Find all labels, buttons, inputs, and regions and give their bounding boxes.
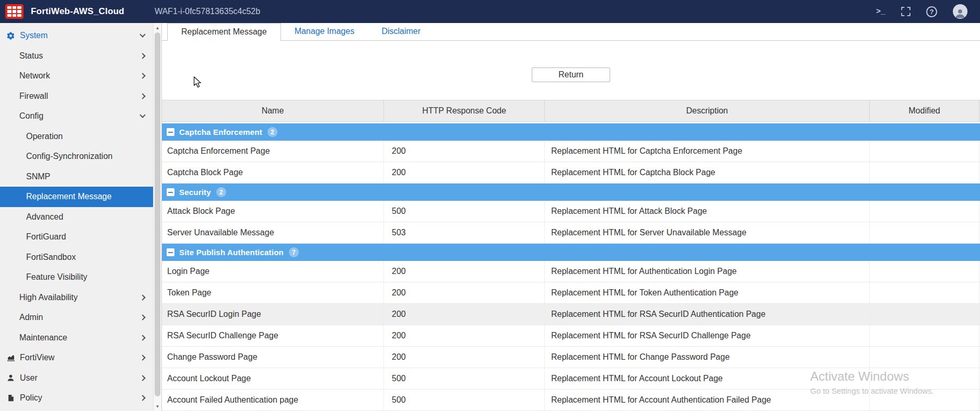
sidebar-item-feature-visibility[interactable]: Feature Visibility: [0, 267, 153, 288]
sidebar-item-high-availability[interactable]: High Availability: [0, 288, 153, 308]
tab-manage-images[interactable]: Manage Images: [281, 23, 368, 40]
collapse-minus-icon[interactable]: [167, 248, 174, 256]
sidebar-item-label: Status: [19, 51, 43, 61]
sidebar-item-advanced[interactable]: Advanced: [0, 207, 153, 227]
collapse-minus-icon[interactable]: [167, 128, 174, 136]
sidebar-item-label: SNMP: [26, 172, 50, 181]
group-header-row-site-publish-authentication[interactable]: Site Publish Authentication7: [162, 244, 980, 261]
table-header-row: NameHTTP Response CodeDescriptionModifie…: [162, 100, 980, 122]
sidebar-item-label: Replacement Message: [26, 192, 112, 201]
cell-name: Account Failed Authentication page: [162, 390, 384, 410]
chevron-right-icon: [139, 315, 145, 321]
cell-http-code: 500: [384, 390, 545, 410]
policy-icon: [6, 394, 15, 402]
cell-name: Attack Block Page: [162, 201, 384, 222]
cell-modified: [870, 201, 979, 222]
cell-name: RSA SecurID Login Page: [162, 304, 384, 325]
sidebar-item-user[interactable]: User: [0, 368, 153, 389]
cell-modified: [870, 222, 979, 243]
group-count-badge: 2: [267, 127, 277, 137]
table-row-rsa-securid-challenge-page[interactable]: RSA SecurID Challenge Page200Replacement…: [162, 325, 980, 347]
sidebar-item-fortiview[interactable]: FortiView: [0, 348, 153, 368]
chevron-right-icon: [139, 375, 145, 381]
tab-replacement-message[interactable]: Replacement Message: [167, 23, 281, 41]
tab-bar: Replacement MessageManage ImagesDisclaim…: [162, 23, 980, 41]
sidebar-item-status[interactable]: Status: [0, 46, 153, 66]
group-header-row-security[interactable]: Security2: [162, 184, 980, 201]
sidebar-item-label: Policy: [20, 393, 42, 403]
cell-name: Server Unavailable Message: [162, 222, 384, 243]
group-count-badge: 2: [216, 187, 226, 197]
cell-http-code: 200: [384, 304, 545, 325]
cell-http-code: 200: [384, 162, 545, 183]
sidebar-item-label: Feature Visibility: [26, 272, 87, 282]
cell-modified: [870, 304, 979, 325]
chevron-right-icon: [139, 93, 145, 99]
user-avatar-icon[interactable]: [953, 4, 967, 19]
sidebar-item-maintenance[interactable]: Maintenance: [0, 328, 153, 348]
return-button[interactable]: Return: [532, 67, 610, 82]
fortinet-logo-icon[interactable]: [5, 4, 24, 19]
replacement-message-table: NameHTTP Response CodeDescriptionModifie…: [162, 100, 980, 411]
table-row-login-page[interactable]: Login Page200Replacement HTML for Authen…: [162, 261, 980, 282]
tab-disclaimer[interactable]: Disclaimer: [368, 23, 434, 40]
cell-modified: [870, 390, 979, 410]
group-name: Security: [179, 188, 211, 197]
sidebar-item-config-synchronization[interactable]: Config-Synchronization: [0, 146, 153, 167]
cell-description: Replacement HTML for Server Unavailable …: [545, 222, 870, 243]
scrollbar-down-arrow-icon[interactable]: ▼: [154, 402, 161, 410]
scrollbar-up-arrow-icon[interactable]: ▲: [154, 24, 161, 32]
sidebar-item-label: User: [20, 373, 38, 383]
help-icon[interactable]: ?: [926, 6, 937, 17]
group-name: Captcha Enforcement: [179, 128, 262, 136]
table-row-attack-block-page[interactable]: Attack Block Page500Replacement HTML for…: [162, 201, 980, 222]
chevron-right-icon: [139, 53, 145, 59]
sidebar-item-firewall[interactable]: Firewall: [0, 86, 153, 107]
table-row-account-lockout-page[interactable]: Account Lockout Page500Replacement HTML …: [162, 368, 980, 390]
cell-http-code: 200: [384, 325, 545, 346]
chevron-right-icon: [139, 355, 145, 361]
table-row-change-password-page[interactable]: Change Password Page200Replacement HTML …: [162, 347, 980, 368]
sidebar-item-config[interactable]: Config: [0, 106, 153, 127]
fullscreen-icon[interactable]: [901, 7, 911, 16]
column-header-name: Name: [162, 100, 384, 121]
sidebar-item-fortisandbox[interactable]: FortiSandbox: [0, 247, 153, 268]
sidebar-item-replacement-message[interactable]: Replacement Message: [0, 187, 153, 207]
group-header-row-captcha-enforcement[interactable]: Captcha Enforcement2: [162, 123, 980, 141]
sidebar-item-label: Admin: [19, 313, 43, 322]
sidebar-item-policy[interactable]: Policy: [0, 388, 153, 408]
cell-name: Login Page: [162, 261, 384, 282]
sidebar-item-network[interactable]: Network: [0, 66, 153, 86]
sidebar-scrollbar[interactable]: ▲ ▼: [153, 23, 161, 411]
table-row-captcha-enforcement-page[interactable]: Captcha Enforcement Page200Replacement H…: [162, 141, 980, 162]
cell-description: Replacement HTML for RSA SecurID Challen…: [545, 325, 870, 346]
sidebar-item-system[interactable]: System: [0, 26, 153, 46]
collapse-minus-icon[interactable]: [167, 188, 174, 196]
cell-modified: [870, 162, 979, 183]
sidebar-item-operation[interactable]: Operation: [0, 127, 153, 147]
sidebar-item-fortiguard[interactable]: FortiGuard: [0, 227, 153, 247]
cell-modified: [870, 325, 979, 346]
sidebar-item-admin[interactable]: Admin: [0, 307, 153, 328]
sidebar-item-label: Advanced: [26, 212, 63, 222]
table-row-server-unavailable-message[interactable]: Server Unavailable Message503Replacement…: [162, 222, 980, 244]
cli-console-icon[interactable]: >_: [876, 7, 885, 16]
sidebar-item-label: FortiView: [20, 353, 54, 362]
sidebar-item-label: Firewall: [19, 92, 48, 101]
cell-name: Captcha Enforcement Page: [162, 141, 384, 162]
sidebar-item-label: Config-Synchronization: [26, 152, 112, 161]
scrollbar-thumb[interactable]: [155, 32, 160, 396]
content-area: Replacement MessageManage ImagesDisclaim…: [162, 23, 980, 411]
cell-http-code: 200: [384, 282, 545, 303]
sidebar-item-label: Config: [19, 111, 43, 121]
table-row-account-failed-authentication-page[interactable]: Account Failed Authentication page500Rep…: [162, 390, 980, 411]
table-row-token-page[interactable]: Token Page200Replacement HTML for Token …: [162, 282, 980, 304]
cell-http-code: 500: [384, 368, 545, 389]
column-header-modified: Modified: [870, 100, 979, 121]
instance-name: WAF1-i-0fc57813635c4c52b: [155, 7, 260, 16]
table-row-captcha-block-page[interactable]: Captcha Block Page200Replacement HTML fo…: [162, 162, 980, 184]
table-row-rsa-securid-login-page[interactable]: RSA SecurID Login Page200Replacement HTM…: [162, 304, 980, 325]
sidebar-item-snmp[interactable]: SNMP: [0, 167, 153, 187]
topbar: FortiWeb-AWS_Cloud WAF1-i-0fc57813635c4c…: [0, 0, 980, 23]
sidebar-item-label: Maintenance: [19, 333, 67, 342]
